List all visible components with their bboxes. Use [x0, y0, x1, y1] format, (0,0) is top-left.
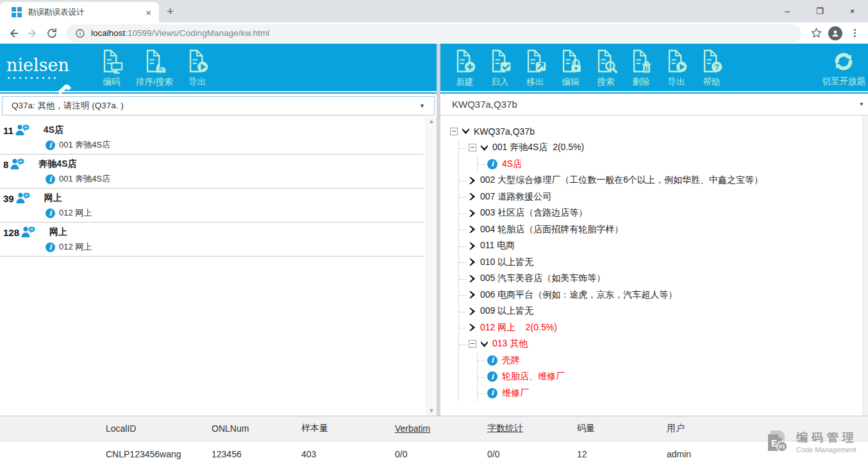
switch-open-question-label: 切至开放题: [822, 76, 866, 87]
new-tab-button[interactable]: +: [167, 5, 174, 17]
profile-avatar[interactable]: [827, 25, 844, 42]
verbatim-panel: nielsen 编码排序/搜索导出 Q37a: 其他，请注明 (Q37a. ) …: [0, 44, 437, 416]
url-bar[interactable]: localhost:10599/Views/CodingManage/kw.ht…: [67, 24, 801, 42]
left-toolbar: nielsen 编码排序/搜索导出: [0, 44, 437, 92]
tree-branch-open[interactable]: KWQ37a,Q37b: [450, 123, 860, 140]
tab-close-icon[interactable]: ×: [143, 6, 154, 19]
arrow-right-icon[interactable]: [469, 275, 476, 282]
arrow-right-icon[interactable]: [469, 242, 476, 250]
status-footer: LocalIDONLNum样本量Verbatim字数统计码量用户 CNLP123…: [0, 416, 868, 467]
window-minimize-button[interactable]: –: [781, 6, 794, 16]
right-toolbar-button-3[interactable]: 移出: [519, 47, 552, 88]
verbatim-item[interactable]: 39网上i012 网上: [0, 189, 424, 223]
right-toolbar-label: 编辑: [562, 76, 580, 88]
right-toolbar-button-5[interactable]: 搜索: [589, 47, 622, 88]
favicon-cm-logo-icon: [12, 7, 22, 17]
right-toolbar-label: 新建: [456, 76, 474, 88]
arrow-down-icon[interactable]: [481, 144, 488, 151]
assigned-code: 001 奔驰4S店: [59, 139, 110, 151]
footer-col-onlnum: ONLNum: [212, 423, 301, 434]
left-toolbar-button-3[interactable]: 导出: [181, 47, 214, 88]
coding-app: nielsen 编码排序/搜索导出 Q37a: 其他，请注明 (Q37a. ) …: [0, 44, 868, 416]
tree-branch-closed[interactable]: 003 社区店（含路边店等）: [469, 205, 860, 222]
verbatim-item[interactable]: 128网上i012 网上: [0, 223, 424, 257]
arrow-right-icon[interactable]: [469, 193, 476, 200]
tree-branch-closed[interactable]: 002 大型综合修理厂（工位数一般在6个以上，例如华胜、中鑫之宝等）: [469, 173, 860, 189]
scroll-down-icon[interactable]: ▼: [429, 408, 435, 414]
info-icon: i: [46, 174, 55, 184]
switch-open-question-button[interactable]: 切至开放题: [822, 48, 866, 87]
footer-col-verbatim[interactable]: Verbatim: [395, 423, 487, 434]
scroll-up-icon[interactable]: ▲: [429, 119, 435, 124]
left-toolbar-button-2[interactable]: 排序/搜索: [136, 47, 173, 88]
arrow-right-icon[interactable]: [469, 291, 476, 298]
tree-leaf-verbatim[interactable]: i壳牌: [487, 352, 860, 369]
arrow-right-icon[interactable]: [469, 226, 476, 233]
forward-icon[interactable]: [24, 25, 41, 42]
bookmark-star-icon[interactable]: [808, 25, 824, 42]
window-close-button[interactable]: ×: [846, 6, 859, 16]
tree-branch-closed[interactable]: 011 电商: [469, 238, 860, 255]
codeframe-header[interactable]: KWQ37a,Q37b ▼: [440, 94, 868, 115]
url-text[interactable]: localhost:10599/Views/CodingManage/kw.ht…: [91, 28, 269, 38]
tree-branch-closed[interactable]: 012 网上 2(0.5%): [469, 319, 860, 336]
collapse-toggle-icon[interactable]: [450, 128, 458, 135]
right-toolbar-button-8[interactable]: ?帮助: [695, 47, 728, 88]
right-toolbar-button-1[interactable]: 新建: [448, 47, 481, 88]
arrow-right-icon[interactable]: [469, 324, 476, 331]
tree-branch-closed[interactable]: 006 电商平台（例如：途虎，京东，汽车超人等）: [469, 287, 860, 303]
left-scrollbar[interactable]: ▲ ▼: [426, 117, 437, 416]
tree-branch-closed[interactable]: 009 以上皆无: [469, 303, 860, 320]
tree-branch-closed[interactable]: 010 以上皆无: [469, 254, 860, 271]
code-tree: KWQ37a,Q37b001 奔驰4S店 2(0.5%)i4S店002 大型综合…: [440, 115, 868, 402]
tree-leaf-verbatim[interactable]: i维修厂: [487, 385, 860, 402]
window-restore-button[interactable]: ❐: [812, 6, 828, 16]
back-icon[interactable]: [5, 25, 22, 42]
tree-branch-closed[interactable]: 007 道路救援公司: [469, 189, 860, 205]
arrow-right-icon[interactable]: [469, 308, 476, 315]
code-management-logo: E 01 编码管理 Code Management: [764, 429, 858, 455]
browser-menu-icon[interactable]: [846, 25, 863, 42]
right-toolbar-button-6[interactable]: 删除: [624, 47, 658, 88]
tree-node-label: KWQ37a,Q37b: [474, 126, 535, 137]
verbatim-item[interactable]: 114S店i001 奔驰4S店: [0, 121, 424, 155]
brand-wordmark: nielsen: [6, 56, 83, 74]
reload-icon[interactable]: [44, 25, 60, 42]
right-toolbar-button-4[interactable]: 编辑: [554, 47, 587, 88]
arrow-down-icon[interactable]: [462, 128, 469, 135]
verbatim-count: 8: [3, 159, 8, 170]
browser-titlebar: 勘误勘误表设计 × + – ❐ ×: [0, 0, 868, 22]
collapse-toggle-icon[interactable]: [469, 340, 476, 348]
brand-swoosh-icon: [58, 85, 81, 94]
arrow-right-icon[interactable]: [469, 177, 476, 184]
tree-branch-closed[interactable]: 004 轮胎店（店面招牌有轮胎字样）: [469, 221, 860, 238]
tree-branch-open[interactable]: 013 其他: [469, 336, 860, 353]
footer-val-样本量: 403: [301, 449, 395, 459]
info-icon: i: [46, 208, 55, 218]
tree-node-label: 013 其他: [492, 338, 528, 350]
tree-branch-closed[interactable]: 005 汽车美容店（如美车饰等）: [469, 271, 860, 287]
tree-leaf-verbatim[interactable]: i轮胎店、维修厂: [487, 369, 860, 386]
arrow-right-icon[interactable]: [469, 210, 476, 217]
select-caret-icon[interactable]: ▼: [419, 103, 425, 109]
doc-export-icon: [664, 47, 689, 76]
right-toolbar-button-2[interactable]: 归入: [483, 47, 517, 88]
verbatim-text: 4S店: [44, 124, 63, 136]
arrow-right-icon[interactable]: [469, 259, 476, 266]
codeframe-caret-icon[interactable]: ▼: [859, 101, 864, 107]
page-info-icon[interactable]: [76, 29, 85, 38]
left-toolbar-button-1[interactable]: 编码: [95, 47, 128, 88]
footer-val-verbatim: 0/0: [395, 449, 487, 459]
tree-leaf-verbatim[interactable]: i4S店: [487, 156, 860, 173]
tree-branch-open[interactable]: 001 奔驰4S店 2(0.5%): [469, 140, 860, 157]
footer-col-字数统计[interactable]: 字数统计: [487, 423, 577, 434]
doc-lock-icon: [558, 47, 583, 76]
question-select[interactable]: Q37a: 其他，请注明 (Q37a. ) ▼: [2, 96, 435, 115]
browser-tab[interactable]: 勘误勘误表设计 ×: [0, 2, 159, 22]
right-toolbar-button-7[interactable]: 导出: [660, 47, 693, 88]
arrow-down-icon[interactable]: [481, 341, 488, 348]
right-scrollbar[interactable]: [862, 116, 868, 416]
verbatim-item[interactable]: 8奔驰4S店i001 奔驰4S店: [0, 155, 424, 189]
collapse-toggle-icon[interactable]: [469, 144, 476, 151]
doc-plus-icon: [452, 47, 478, 76]
